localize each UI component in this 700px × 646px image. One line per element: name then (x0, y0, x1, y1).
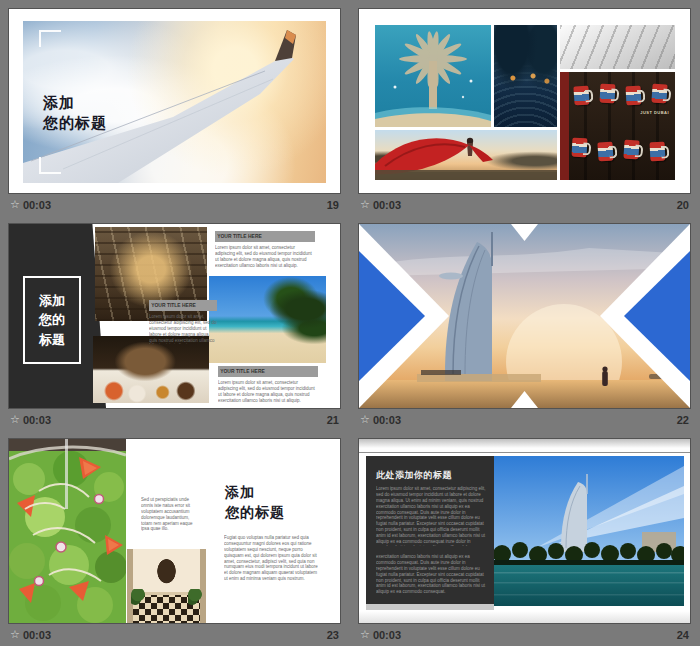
slide-duration: 00:03 (23, 199, 51, 211)
slide-cell-20: JUST DUBAI ☆00:03 20 (350, 0, 700, 215)
mug-icon (626, 86, 642, 106)
slide-cell-23: Sed ut perspiciatis unde omnis iste natu… (0, 430, 350, 645)
slide-thumbnail-24[interactable]: 此处添加你的标题 Lorem ipsum dolor sit amet, con… (358, 438, 691, 624)
palm-island-illustration (375, 25, 491, 127)
slide-number: 23 (327, 629, 339, 641)
slide-number: 24 (677, 629, 689, 641)
beach-palms-photo (209, 276, 326, 363)
salad-photo (9, 439, 126, 623)
slide-duration: 00:03 (373, 414, 401, 426)
slide-duration: 00:03 (23, 414, 51, 426)
slide-title: 添加 您的标题 (43, 93, 107, 132)
burj-sunset-illustration (359, 224, 690, 408)
dark-content-panel: 此处添加你的标题 Lorem ipsum dolor sit amet, con… (366, 456, 494, 604)
souvenir-mugs-photo: JUST DUBAI (560, 72, 675, 180)
slide-thumbnail-19[interactable]: 添加 您的标题 (8, 8, 341, 194)
slide-number: 19 (327, 199, 339, 211)
mug-icon (650, 142, 666, 162)
resort-pool-photo (494, 25, 557, 127)
woman-red-scarf-photo (375, 130, 557, 180)
slide-cell-22: ☆00:03 22 (350, 215, 700, 430)
caption-text: Sed ut perspiciatis unde omnis iste natu… (141, 497, 199, 533)
bottom-band (359, 611, 690, 623)
slide-cell-19: 添加 您的标题 ☆00:03 19 (0, 0, 350, 215)
slide-thumbnail-21[interactable]: 添加 您的 标题 YOUR TITLE HERE Lorem ipsum dol… (8, 223, 341, 409)
salad-illustration (9, 439, 126, 623)
paragraph-1: Lorem ipsum dolor sit amet, consectetur … (376, 486, 486, 546)
slide-title-box: 添加 您的 标题 (23, 276, 81, 364)
paragraph-2: exercitation ullamco laboris nisi ut ali… (376, 554, 486, 595)
text-block-3: YOUR TITLE HERE Lorem ipsum dolor sit am… (218, 366, 318, 404)
body-text: Fugiat quo voluptas nulla pariatur sed q… (224, 535, 322, 601)
mug-icon (572, 138, 588, 158)
block-body-text: Lorem ipsum dolor sit amet, consectetur … (215, 245, 315, 268)
block-body-text: Lorem ipsum dolor sit amet, consectetur … (149, 314, 217, 344)
burj-al-arab-sunset-photo (359, 224, 690, 408)
transition-star-icon: ☆ (360, 198, 370, 211)
mug-icon (597, 141, 613, 161)
mug-icon (600, 84, 616, 104)
just-dubai-sign: JUST DUBAI (640, 110, 669, 115)
plant-decoration (188, 589, 202, 607)
text-block-1: YOUR TITLE HERE Lorem ipsum dolor sit am… (215, 231, 315, 269)
burj-waterfront-photo (494, 456, 684, 606)
mug-icon (651, 83, 667, 103)
buffet-food-photo (93, 336, 209, 403)
block-body-text: Lorem ipsum dolor sit amet, consectetur … (218, 380, 318, 403)
slide-thumbnail-22[interactable] (358, 223, 691, 409)
slide-cell-21: 添加 您的 标题 YOUR TITLE HERE Lorem ipsum dol… (0, 215, 350, 430)
transition-star-icon: ☆ (360, 413, 370, 426)
hotel-interior-photo (127, 549, 206, 623)
slide-number: 22 (677, 414, 689, 426)
slide-thumbnail-20[interactable]: JUST DUBAI (358, 8, 691, 194)
slide-number: 20 (677, 199, 689, 211)
transition-star-icon: ☆ (10, 628, 20, 641)
transition-star-icon: ☆ (10, 198, 20, 211)
airplane-wing-photo: 添加 您的标题 (23, 21, 326, 183)
slide-duration: 00:03 (373, 629, 401, 641)
slide-title: 此处添加你的标题 (376, 469, 452, 482)
slide-thumbnail-23[interactable]: Sed ut perspiciatis unde omnis iste natu… (8, 438, 341, 624)
white-architecture-photo (560, 25, 675, 69)
transition-star-icon: ☆ (10, 413, 20, 426)
slide-duration: 00:03 (23, 629, 51, 641)
slide-title: 添加 您的标题 (225, 483, 285, 522)
text-block-2: YOUR TITLE HERE Lorem ipsum dolor sit am… (149, 300, 217, 344)
block-heading-bar: YOUR TITLE HERE (218, 366, 318, 377)
gray-accent-strip (366, 604, 494, 610)
burj-waterfront-illustration (494, 456, 684, 606)
corner-bracket-bottom-left (39, 157, 61, 174)
slide-number: 21 (327, 414, 339, 426)
transition-star-icon: ☆ (360, 628, 370, 641)
block-heading-bar: YOUR TITLE HERE (215, 231, 315, 242)
slide-cell-24: 此处添加你的标题 Lorem ipsum dolor sit amet, con… (350, 430, 700, 645)
top-band (359, 439, 690, 453)
block-heading-bar: YOUR TITLE HERE (149, 300, 217, 311)
mug-icon (623, 139, 639, 159)
mug-icon (573, 85, 589, 105)
slide-sorter-board: 添加 您的标题 ☆00:03 19 (0, 0, 700, 646)
corner-bracket-top-left (39, 30, 61, 47)
palm-island-aerial-photo (375, 25, 491, 127)
slide-duration: 00:03 (373, 199, 401, 211)
plant-decoration (131, 589, 145, 607)
red-scarf-illustration (375, 130, 557, 180)
